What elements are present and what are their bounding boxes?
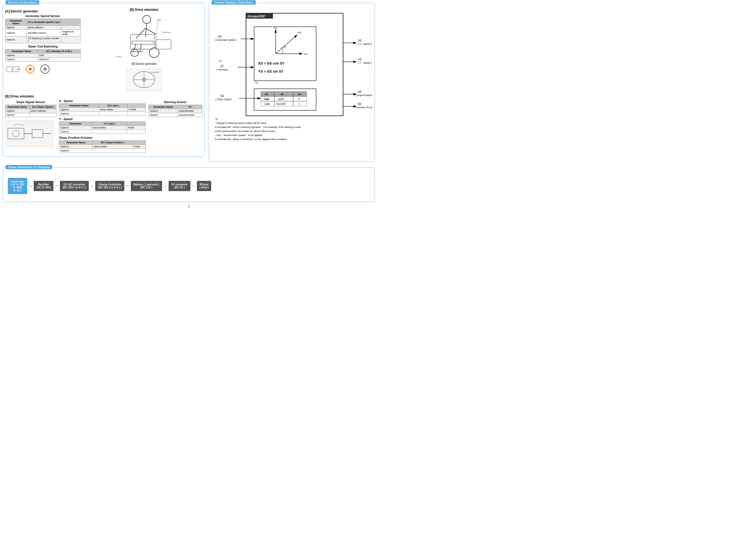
- charge-ctrl-box: Charge Controller(DC 12V ( or 0 V ) ): [95, 181, 124, 191]
- col-param: Parameter Name: [5, 19, 27, 26]
- table-row: Option1photo reflector: [5, 109, 56, 113]
- table-row: Option1potentiometer: [148, 109, 202, 113]
- svg-rect-24: [156, 40, 171, 49]
- svg-text:Uphill: Uphill: [278, 98, 284, 100]
- control-title: Control System ( Data flow ): [212, 0, 256, 5]
- slope-signal-table: Parameter Name SS ( Slope Signal ) Optio…: [5, 105, 56, 117]
- svg-text:( Generator Speed ): ( Generator Speed ): [215, 39, 236, 41]
- svg-text:SP: SP: [281, 93, 284, 96]
- table-row: Option2: [59, 112, 146, 116]
- svg-text:XS: XS: [358, 39, 362, 42]
- svg-point-34: [142, 77, 146, 82]
- svg-text:SP: SP: [358, 90, 362, 94]
- svg-point-20: [131, 49, 138, 56]
- gen-speed-table: Parameter Name GS ( Generator Speed ) rp…: [5, 19, 81, 43]
- gen-speed-title: Generator Speed Sensor: [5, 14, 81, 17]
- steering-svg: Steering: [125, 68, 163, 92]
- svg-text:- Integral of Steering sensor : - Integral of Steering sensor output wil…: [215, 122, 266, 125]
- table-row: Option1SSR: [5, 53, 81, 58]
- svg-line-17: [133, 44, 136, 52]
- svg-text:High: High: [264, 98, 269, 100]
- electric-gen-label2: [A] Electric generator: [132, 62, 157, 65]
- svg-text:NC: NC: [298, 93, 302, 96]
- col-gs: GS ( Generator Speed ) rpm: [26, 19, 61, 26]
- svg-text:Low: Low: [265, 102, 270, 105]
- control-diagram-svg: Atmega328P XS YS GS ST XS = GS cos ST: [211, 8, 372, 159]
- electric-gen-label: [A] Electric generator: [5, 10, 81, 13]
- svg-text:1: 1: [299, 102, 300, 105]
- drive-sim-svg: [5, 120, 54, 147]
- steering-sensor-table: Parameter Name ST Option1potentiometer O…: [148, 105, 202, 117]
- svg-text:ST: ST: [220, 65, 224, 68]
- arrow-6: →: [192, 183, 196, 188]
- svg-text:YS: YS: [358, 58, 362, 61]
- svg-text:to simulate the " delay & over: to simulate the " delay & overshoot " on…: [215, 138, 287, 141]
- table-row: Option2hall effect sensormagnet on shaft: [5, 30, 81, 37]
- drive-sim-label: [B] Drive simulator: [130, 8, 159, 12]
- svg-text:( Steering ): ( Steering ): [216, 68, 229, 71]
- table-row: Option1Servo MotorFS90: [59, 126, 146, 130]
- svg-text:NC: NC: [358, 102, 362, 105]
- page-number: 1: [3, 205, 375, 208]
- svg-text:*1): *1): [218, 60, 222, 62]
- svg-text:Steering: Steering: [162, 31, 171, 34]
- arrow-4: ↔: [125, 183, 130, 188]
- sensors-title: Sensors & Actuators: [6, 0, 39, 5]
- svg-text:( Y - Speed ): ( Y - Speed ): [358, 62, 372, 64]
- svg-text:XS = GS cos ST: XS = GS cos ST: [258, 61, 284, 65]
- svg-line-23: [146, 28, 156, 34]
- svg-line-22: [136, 28, 146, 38]
- table-row: Option3AC frequency ( pulse counter ): [5, 37, 81, 43]
- table-row: Option2MOSFET: [5, 58, 81, 62]
- table-row: Option2: [59, 130, 146, 134]
- svg-line-14: [146, 23, 147, 37]
- svg-text:GS: GS: [298, 31, 301, 34]
- slope-actuator-table: Parameter Name SP ( Slope Position ) Opt…: [59, 140, 146, 153]
- svg-text:ST: ST: [283, 45, 286, 48]
- svg-rect-16: [132, 41, 153, 44]
- control-panel: Control System ( Data flow ) Atmega328P: [209, 3, 375, 162]
- iphone-box: iPhone( iPad ): [197, 181, 211, 191]
- human-figure-svg: [A] Lower Steering: [114, 13, 174, 61]
- svg-point-4: [17, 68, 19, 70]
- motor-icon: [5, 64, 21, 74]
- generator-box: Generator( AC 0~30V0~30W0~1A ): [8, 178, 27, 194]
- svg-text:*1): *1): [255, 81, 258, 84]
- table-row: Option1Servo MotorFS90: [59, 145, 146, 149]
- svg-text:( Slope Signal ): ( Slope Signal ): [215, 98, 232, 101]
- battery-box: Battery ( Lead-acid )(DC 12V ): [131, 181, 162, 191]
- svg-text:*1): *1): [215, 118, 218, 120]
- svg-point-6: [29, 68, 32, 70]
- power-panel: Power Generation & Charging Generator( A…: [3, 167, 375, 202]
- x-speed-label: X - Speed: [59, 99, 146, 102]
- dcdc-box: DC-DC convertor(DC 12V ( or 0 V ) ): [60, 181, 89, 191]
- arrow-1: →: [28, 183, 33, 188]
- svg-text:( Slope Position ): ( Slope Position ): [355, 94, 372, 97]
- svg-text:[A]: [A]: [157, 19, 160, 21]
- svg-text:GS: GS: [218, 35, 222, 38]
- y-speed-table: Parameter YS ( rpm ) Option1Servo MotorF…: [59, 122, 146, 134]
- svg-rect-15: [130, 34, 155, 49]
- shaft-icon: [39, 64, 51, 74]
- slope-signal-title: Slope Signal Sensor: [5, 100, 56, 104]
- svg-text:to simulate the " driver's ste: to simulate the " driver's steering oper…: [215, 126, 301, 128]
- svg-text:Steering: Steering: [151, 71, 159, 73]
- svg-text:8: 8: [299, 98, 300, 100]
- svg-text:( Number of Coils ): ( Number of Coils ): [355, 106, 372, 109]
- table-row: Option2accelerometer: [148, 113, 202, 117]
- rectifier-box: Rectifier(DC 0~30V): [34, 181, 53, 191]
- power-flow: Generator( AC 0~30V0~30W0~1A ) → Rectifi…: [5, 173, 372, 200]
- stater-table: Parameter Name NC ( Number of Coils ) Op…: [5, 49, 81, 62]
- svg-point-12: [43, 68, 47, 71]
- slope-actuator-title: Slope Position Actuator: [59, 136, 146, 139]
- svg-text:( X - Speed ): ( X - Speed ): [358, 42, 372, 45]
- x-speed-table: Parameter Name XS ( rpm ) Option1Servo M…: [59, 103, 146, 116]
- col-extra: [61, 19, 80, 26]
- svg-text:Downhill: Downhill: [276, 102, 285, 105]
- drive-sim-header: [B] Drive simulator: [5, 95, 202, 98]
- svg-line-26: [156, 21, 157, 38]
- svg-line-48: [276, 35, 297, 54]
- arrow-2: →: [54, 183, 59, 188]
- table-row: Option1photo reflector: [5, 26, 81, 30]
- arrow-3: →: [90, 183, 94, 188]
